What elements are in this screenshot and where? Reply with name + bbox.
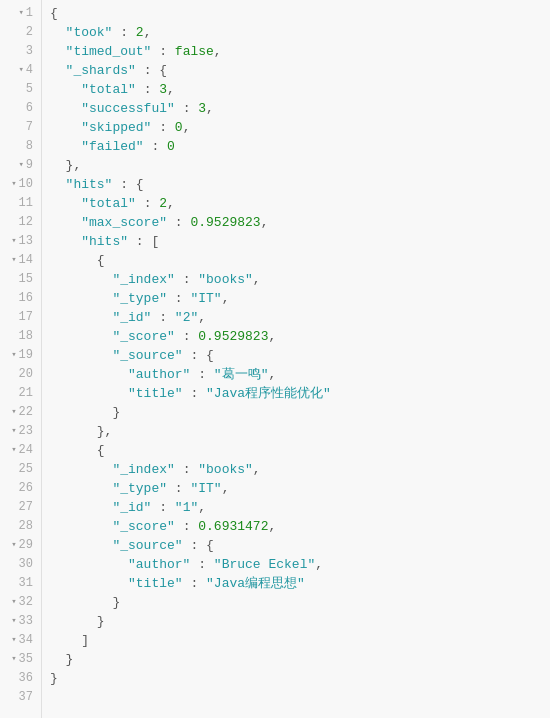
key-segment: "skipped" xyxy=(50,118,151,137)
line-number-text: 22 xyxy=(19,403,33,422)
line-number-text: 30 xyxy=(19,555,33,574)
number-val-segment: 3 xyxy=(198,99,206,118)
key-segment: "_score" xyxy=(50,327,175,346)
line-number: 20 xyxy=(0,365,41,384)
line-number: ▾35 xyxy=(0,650,41,669)
punctuation-segment: : xyxy=(175,460,198,479)
collapse-arrow-icon[interactable]: ▾ xyxy=(11,441,16,460)
line-number-text: 26 xyxy=(19,479,33,498)
collapse-arrow-icon[interactable]: ▾ xyxy=(11,346,16,365)
punctuation-segment: : xyxy=(136,61,159,80)
code-line: "author" : "葛一鸣", xyxy=(50,365,550,384)
key-segment: "title" xyxy=(50,384,183,403)
punctuation-segment: , xyxy=(198,308,206,327)
collapse-arrow-icon[interactable]: ▾ xyxy=(11,631,16,650)
punctuation-segment: : xyxy=(112,175,135,194)
line-number: ▾29 xyxy=(0,536,41,555)
collapse-arrow-icon[interactable]: ▾ xyxy=(11,593,16,612)
key-segment: "_index" xyxy=(50,460,175,479)
code-line: "title" : "Java程序性能优化" xyxy=(50,384,550,403)
code-line: } xyxy=(50,593,550,612)
key-segment: "author" xyxy=(50,555,190,574)
punctuation-segment: , xyxy=(268,327,276,346)
line-number: 5 xyxy=(0,80,41,99)
number-val-segment: 0.9529823 xyxy=(190,213,260,232)
code-line: "_score" : 0.9529823, xyxy=(50,327,550,346)
key-segment: "total" xyxy=(50,80,136,99)
line-number: ▾33 xyxy=(0,612,41,631)
collapse-arrow-icon[interactable]: ▾ xyxy=(11,536,16,555)
code-line: "_source" : { xyxy=(50,346,550,365)
collapse-arrow-icon[interactable]: ▾ xyxy=(18,4,23,23)
key-segment: "_id" xyxy=(50,498,151,517)
line-number: ▾14 xyxy=(0,251,41,270)
number-val-segment: 0.9529823 xyxy=(198,327,268,346)
brace-segment: ] xyxy=(50,631,89,650)
line-number-text: 1 xyxy=(26,4,33,23)
line-number: 17 xyxy=(0,308,41,327)
collapse-arrow-icon[interactable]: ▾ xyxy=(18,156,23,175)
line-number: ▾23 xyxy=(0,422,41,441)
brace-segment: { xyxy=(206,536,214,555)
brace-segment: } xyxy=(50,403,120,422)
line-number: 21 xyxy=(0,384,41,403)
collapse-arrow-icon[interactable]: ▾ xyxy=(18,61,23,80)
code-line xyxy=(50,688,550,707)
line-number-text: 2 xyxy=(26,23,33,42)
string-val-segment: "Bruce Eckel" xyxy=(214,555,315,574)
collapse-arrow-icon[interactable]: ▾ xyxy=(11,650,16,669)
punctuation-segment: : xyxy=(151,308,174,327)
code-line: "successful" : 3, xyxy=(50,99,550,118)
code-line: }, xyxy=(50,422,550,441)
key-segment: "hits" xyxy=(50,232,128,251)
key-segment: "_index" xyxy=(50,270,175,289)
line-number-text: 5 xyxy=(26,80,33,99)
code-line: "_index" : "books", xyxy=(50,460,550,479)
key-segment: "failed" xyxy=(50,137,144,156)
string-val-segment: "Java编程思想" xyxy=(206,574,305,593)
key-segment: "title" xyxy=(50,574,183,593)
punctuation-segment: : xyxy=(175,270,198,289)
brace-segment: } xyxy=(50,593,120,612)
line-number: 7 xyxy=(0,118,41,137)
line-number-text: 33 xyxy=(19,612,33,631)
line-number-text: 37 xyxy=(19,688,33,707)
number-val-segment: 2 xyxy=(159,194,167,213)
punctuation-segment: : xyxy=(183,384,206,403)
punctuation-segment: , xyxy=(315,555,323,574)
punctuation-segment: , xyxy=(268,365,276,384)
line-number: 15 xyxy=(0,270,41,289)
code-line: "total" : 3, xyxy=(50,80,550,99)
brace-segment: { xyxy=(159,61,167,80)
punctuation-segment: , xyxy=(268,517,276,536)
line-number-text: 32 xyxy=(19,593,33,612)
punctuation-segment: : xyxy=(175,517,198,536)
line-number-text: 11 xyxy=(19,194,33,213)
collapse-arrow-icon[interactable]: ▾ xyxy=(11,251,16,270)
punctuation-segment: : xyxy=(183,536,206,555)
collapse-arrow-icon[interactable]: ▾ xyxy=(11,175,16,194)
line-number-text: 25 xyxy=(19,460,33,479)
punctuation-segment: , xyxy=(167,80,175,99)
line-number: 25 xyxy=(0,460,41,479)
code-line: "_shards" : { xyxy=(50,61,550,80)
line-number-text: 21 xyxy=(19,384,33,403)
collapse-arrow-icon[interactable]: ▾ xyxy=(11,422,16,441)
brace-segment: [ xyxy=(151,232,159,251)
collapse-arrow-icon[interactable]: ▾ xyxy=(11,612,16,631)
string-val-segment: "Java程序性能优化" xyxy=(206,384,331,403)
collapse-arrow-icon[interactable]: ▾ xyxy=(11,403,16,422)
punctuation-segment: , xyxy=(183,118,191,137)
string-val-segment: "葛一鸣" xyxy=(214,365,269,384)
code-line: "total" : 2, xyxy=(50,194,550,213)
punctuation-segment: , xyxy=(198,498,206,517)
line-number: ▾13 xyxy=(0,232,41,251)
collapse-arrow-icon[interactable]: ▾ xyxy=(11,232,16,251)
punctuation-segment: : xyxy=(144,137,167,156)
line-number: 36 xyxy=(0,669,41,688)
line-number: 12 xyxy=(0,213,41,232)
code-container: ▾123▾45678▾9▾101112▾13▾1415161718▾192021… xyxy=(0,0,550,718)
code-line: "took" : 2, xyxy=(50,23,550,42)
line-number-text: 7 xyxy=(26,118,33,137)
code-line: "_source" : { xyxy=(50,536,550,555)
